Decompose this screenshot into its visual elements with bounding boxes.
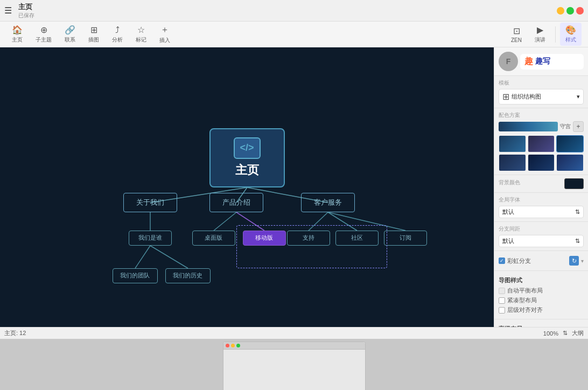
node-desktop[interactable]: 桌面版 (192, 231, 235, 246)
titlebar: ☰ 主页 已保存 (0, 0, 588, 22)
toolbar-share-label: 分析 (112, 36, 123, 44)
map-style-align-checkbox[interactable] (499, 307, 505, 314)
font-label: 全局字体 (499, 196, 584, 204)
map-style-section: 导图样式 自动平衡布局 紧凑型布局 层级对齐对齐 (494, 271, 588, 319)
colorful-chevron-icon: ▾ (581, 258, 584, 264)
toolbar-divider (555, 26, 556, 43)
desktop-label: 桌面版 (205, 234, 222, 242)
statusbar-zoom: 100% (543, 330, 558, 337)
node-mobile[interactable]: 移动版 (243, 231, 286, 246)
theme-thumb-4[interactable] (499, 154, 526, 171)
theme-thumb-6[interactable] (556, 154, 584, 171)
home-icon: 🏠 (12, 25, 23, 35)
colorful-label: 彩虹分支 (507, 257, 567, 265)
node-product[interactable]: 产品介绍 (209, 193, 263, 212)
window-dot-minimize (231, 344, 235, 347)
template-label: 模板 (499, 79, 584, 87)
colorful-checkbox[interactable]: ✓ (499, 257, 505, 264)
share-icon: ⤴ (115, 25, 120, 35)
service-label: 客户服务 (314, 198, 342, 207)
zen-button[interactable]: ⊡ ZEN (506, 24, 527, 45)
node-support[interactable]: 支持 (287, 231, 330, 246)
standard-label: 我们是谁 (138, 234, 162, 242)
map-style-align[interactable]: 层级对齐对齐 (499, 306, 584, 314)
style-label: 样式 (565, 36, 576, 44)
node-standard[interactable]: 我们是谁 (129, 231, 172, 246)
statusbar: 主页: 12 100% ⇅ 大纲 (0, 327, 588, 339)
theme-thumb-3[interactable] (556, 135, 584, 152)
toolbar-subtopic[interactable]: ⊕ 子主题 (30, 23, 57, 46)
svg-line-5 (150, 246, 188, 268)
present-button[interactable]: ▶ 演讲 (529, 23, 551, 46)
theme-thumb-5[interactable] (528, 154, 555, 171)
right-panel: F 趣 趣写 模板 ⊞ 组织结构图 ▾ 配色方案 守宫 + (494, 47, 588, 327)
close-button[interactable] (576, 7, 584, 15)
bg-color-box[interactable] (564, 178, 584, 189)
menu-icon[interactable]: ☰ (4, 5, 12, 16)
node-community[interactable]: 社区 (335, 231, 379, 246)
app-title: 主页 (18, 2, 34, 12)
font-selector[interactable]: 默认 ⇅ (499, 206, 584, 218)
link-icon: 🔗 (65, 25, 75, 35)
map-style-compact[interactable]: 紧凑型布局 (499, 296, 584, 304)
svg-line-4 (135, 246, 150, 268)
color-scheme-row: 守宫 + (499, 121, 584, 132)
desktop-preview (0, 339, 588, 390)
toolbar-bookmark[interactable]: ☆ 标记 (130, 23, 152, 46)
map-style-compact-checkbox[interactable] (499, 297, 505, 304)
colorful-row: ✓ 彩虹分支 ↻ ▾ (499, 256, 584, 266)
node-subscribe[interactable]: 订阅 (384, 231, 427, 246)
branch-spacing-selector[interactable]: 默认 ⇅ (499, 235, 584, 247)
node-about[interactable]: 关于我们 (123, 193, 177, 212)
node-team[interactable]: 我们的团队 (113, 268, 158, 283)
brand-logo[interactable]: 趣 趣写 (520, 54, 584, 69)
map-style-auto-checkbox[interactable] (499, 288, 505, 294)
root-icon: </> (234, 137, 261, 159)
avatar: F (499, 52, 518, 71)
node-history[interactable]: 我们的历史 (165, 268, 211, 283)
background-section: 背景颜色 (494, 175, 588, 193)
statusbar-right: 100% ⇅ 大纲 (543, 329, 584, 337)
maximize-button[interactable] (566, 7, 574, 15)
product-label: 产品介绍 (222, 198, 250, 207)
colorful-section: ✓ 彩虹分支 ↻ ▾ (494, 251, 588, 271)
toolbar-insert[interactable]: ⊞ 插图 (83, 23, 104, 46)
history-label: 我们的历史 (173, 271, 202, 280)
zoom-stepper[interactable]: ⇅ (563, 330, 568, 337)
add-color-button[interactable]: + (573, 121, 584, 132)
colorful-refresh-button[interactable]: ↻ (569, 256, 579, 266)
template-selector[interactable]: ⊞ 组织结构图 ▾ (499, 89, 584, 105)
zen-label: ZEN (511, 37, 522, 43)
map-style-auto[interactable]: 自动平衡布局 (499, 287, 584, 295)
color-scheme-label: 配色方案 (499, 112, 584, 119)
template-section: 模板 ⊞ 组织结构图 ▾ (494, 76, 588, 108)
subtopic-icon: ⊕ (40, 25, 47, 35)
theme-thumb-2[interactable] (528, 135, 555, 152)
desktop-window (223, 342, 366, 390)
map-style-compact-label: 紧凑型布局 (507, 296, 537, 304)
node-root[interactable]: </> 主页 (209, 128, 285, 187)
style-button[interactable]: 🎨 样式 (560, 23, 582, 46)
toolbar-share[interactable]: ⤴ 分析 (107, 23, 128, 46)
chevron-down-icon: ▾ (577, 93, 580, 100)
mindmap-container: </> 主页 关于我们 产品介绍 客户服务 我们是谁 桌面版 (59, 80, 436, 295)
svg-line-6 (214, 212, 236, 231)
zen-icon: ⊡ (513, 26, 520, 36)
toolbar-plugin[interactable]: ＋ 插入 (154, 22, 176, 46)
bg-color-label: 背景颜色 (499, 179, 520, 186)
app-subtitle: 已保存 (18, 12, 34, 19)
code-icon: </> (240, 142, 254, 154)
toolbar-home[interactable]: 🏠 主页 (6, 23, 28, 46)
minimize-button[interactable] (557, 7, 564, 15)
statusbar-fit[interactable]: 大纲 (572, 329, 584, 337)
bg-color-row: 背景颜色 (499, 178, 584, 189)
toolbar-bookmark-label: 标记 (136, 36, 146, 44)
node-service[interactable]: 客户服务 (301, 193, 355, 212)
toolbar-home-label: 主页 (12, 36, 23, 44)
theme-thumb-1[interactable] (499, 135, 526, 152)
window-dot-close (226, 344, 229, 347)
brand-icon: 趣 (524, 56, 533, 67)
canvas-area[interactable]: </> 主页 关于我们 产品介绍 客户服务 我们是谁 桌面版 (0, 47, 494, 327)
branch-spacing-section: 分支间距 默认 ⇅ (494, 222, 588, 251)
toolbar-link[interactable]: 🔗 联系 (59, 23, 81, 46)
